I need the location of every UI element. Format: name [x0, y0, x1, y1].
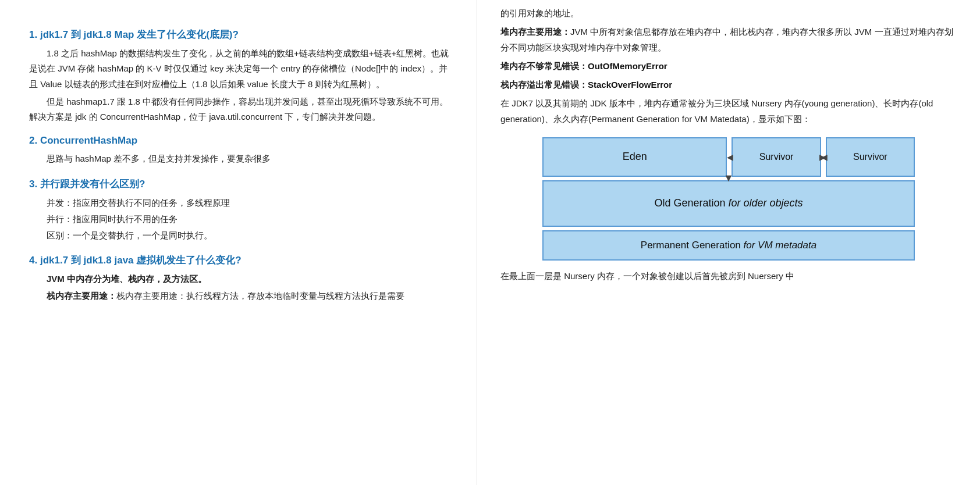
- perm-gen-box: Permanent Generation for VM metadata: [542, 230, 915, 261]
- old-gen-arrow-icon: ▼: [723, 172, 734, 184]
- stack-overflow-value: StackOverFlowError: [588, 80, 672, 90]
- section-4-title: jdk1.7 到 jdk1.8 java 虚拟机发生了什么变化?: [40, 255, 242, 266]
- stack-mem-content: 栈内存主要用途：执行线程方法，存放本地临时变量与线程方法执行是需要: [116, 291, 404, 301]
- section-1-title: jdk1.7 到 jdk1.8 Map 发生了什么变化(底层)?: [40, 29, 239, 40]
- heap-main-use-para: 堆内存主要用途：JVM 中所有对象信息都存放在堆内存中，相比栈内存，堆内存大很多…: [500, 24, 957, 55]
- survivor1-box: ◀ Survivor ▶: [732, 137, 821, 177]
- section-2-num: 2.: [29, 135, 37, 146]
- section-4-num: 4.: [29, 255, 37, 266]
- section-3-para-3: 区别：一个是交替执行，一个是同时执行。: [29, 228, 453, 243]
- section-2-heading: 2. ConcurrentHashMap: [29, 135, 453, 147]
- survivor1-label: Survivor: [759, 152, 794, 162]
- section-1-para-1: 1.8 之后 hashMap 的数据结构发生了变化，从之前的单纯的数组+链表结构…: [29, 46, 453, 92]
- heap-use-label: 堆内存主要用途：: [500, 27, 570, 37]
- survivor1-arrow-left-icon: ◀: [727, 152, 733, 162]
- eden-label: Eden: [623, 151, 647, 163]
- survivor2-box: ◀ Survivor: [826, 137, 915, 177]
- heap-oom-label: 堆内存不够常见错误：: [500, 61, 588, 71]
- section-2-title: ConcurrentHashMap: [40, 135, 137, 146]
- section-1-para-2: 但是 hashmap1.7 跟 1.8 中都没有任何同步操作，容易出现并发问题，…: [29, 94, 453, 125]
- section-4: 4. jdk1.7 到 jdk1.8 java 虚拟机发生了什么变化? JVM …: [29, 254, 453, 304]
- section-2-para-1: 思路与 hashMap 差不多，但是支持并发操作，要复杂很多: [29, 151, 453, 166]
- section-1-num: 1.: [29, 29, 37, 40]
- jdk7-desc: 在 JDK7 以及其前期的 JDK 版本中，堆内存通常被分为三块区域 Nurse…: [500, 96, 957, 127]
- section-3-para-2: 并行：指应用同时执行不用的任务: [29, 212, 453, 227]
- section-3: 3. 并行跟并发有什么区别? 并发：指应用交替执行不同的任务，多线程原理 并行：…: [29, 177, 453, 244]
- stack-mem-label: 栈内存主要用途：: [47, 291, 116, 301]
- right-top-text: 的引用对象的地址。: [500, 6, 957, 21]
- section-3-heading: 3. 并行跟并发有什么区别?: [29, 177, 453, 191]
- section-1: 1. jdk1.7 到 jdk1.8 Map 发生了什么变化(底层)? 1.8 …: [29, 28, 453, 124]
- stack-overflow-line: 栈内存溢出常见错误：StackOverFlowError: [500, 77, 957, 92]
- section-4-para-1: JVM 中内存分为堆、栈内存，及方法区。: [29, 272, 453, 287]
- section-3-num: 3.: [29, 179, 37, 190]
- survivor2-arrow-left-icon: ◀: [821, 152, 828, 162]
- section-3-para-1: 并发：指应用交替执行不同的任务，多线程原理: [29, 195, 453, 211]
- stack-overflow-label: 栈内存溢出常见错误：: [500, 80, 588, 90]
- section-4-heading: 4. jdk1.7 到 jdk1.8 java 虚拟机发生了什么变化?: [29, 254, 453, 267]
- old-gen-box: ▼ Old Generation for older objects: [542, 180, 915, 227]
- right-panel: 的引用对象的地址。 堆内存主要用途：JVM 中所有对象信息都存放在堆内存中，相比…: [477, 0, 980, 485]
- heap-oom-line: 堆内存不够常见错误：OutOfMemoryError: [500, 59, 957, 74]
- section-3-title: 并行跟并发有什么区别?: [40, 179, 145, 190]
- section-2: 2. ConcurrentHashMap 思路与 hashMap 差不多，但是支…: [29, 135, 453, 166]
- section-1-heading: 1. jdk1.7 到 jdk1.8 Map 发生了什么变化(底层)?: [29, 28, 453, 41]
- survivor2-label: Survivor: [853, 152, 887, 162]
- perm-gen-label: Permanent Generation for VM metadata: [641, 240, 816, 251]
- section-4-para-2: 栈内存主要用途：栈内存主要用途：执行线程方法，存放本地临时变量与线程方法执行是需…: [47, 288, 453, 304]
- bottom-text: 在最上面一层是 Nursery 内存，一个对象被创建以后首先被房到 Nuerse…: [500, 269, 957, 284]
- eden-box: Eden: [542, 137, 727, 177]
- left-panel: 1. jdk1.7 到 jdk1.8 Map 发生了什么变化(底层)? 1.8 …: [0, 0, 477, 485]
- memory-diagram: Eden ◀ Survivor ▶ ◀ Survivor ▼ Old Gener…: [542, 137, 915, 261]
- old-gen-label: Old Generation for older objects: [654, 197, 803, 209]
- young-gen-row: Eden ◀ Survivor ▶ ◀ Survivor: [542, 137, 915, 177]
- heap-oom-value: OutOfMemoryError: [588, 61, 667, 71]
